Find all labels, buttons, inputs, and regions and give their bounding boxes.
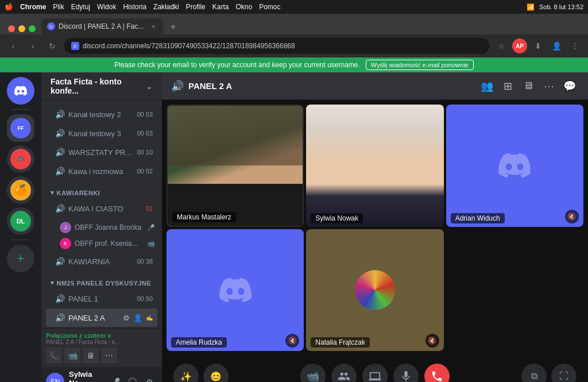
url-text: discord.com/channels/728310907490533422/… (83, 42, 295, 50)
chat-icon-button[interactable]: 💬 (560, 77, 579, 95)
controls-left: ✨ 😊 (173, 364, 229, 382)
verify-button[interactable]: Wyślij wiadomość e-mail ponownie (366, 60, 474, 70)
voice-video-button[interactable]: 📹 (64, 348, 80, 364)
voice-users-kawa: J OBFF Joanna Brońka 🎤 K OBFF prof. Ksen… (41, 218, 162, 252)
new-tab-button[interactable]: + (165, 20, 180, 34)
video-name-markus: Markus Mastalerz (172, 212, 236, 222)
fullscreen-button[interactable]: ⛶ (551, 364, 577, 382)
voice-disconnect-button[interactable]: 📞 (46, 348, 62, 364)
channel-header: 🔊 PANEL 2 A 👥 ⊞ 🖥 ⋯ 💬 (162, 72, 588, 100)
end-call-icon (431, 370, 443, 382)
channel-item-testowy3[interactable]: 🔊 Kanał testowy 3 00 03 (46, 124, 157, 142)
window-minimize[interactable] (18, 25, 25, 32)
screenshare-icon (369, 370, 381, 382)
tab-bar: D Discord | PANEL 2 A | Fac... × + (0, 14, 588, 34)
settings-button[interactable]: ⚙ (141, 374, 157, 382)
channel-item-kawa[interactable]: 🔊 Kawa i rozmowa 00 02 (46, 162, 157, 180)
server-name: Facta Ficta - konto konfe... (51, 77, 146, 95)
video-cell-natalia: Natalia Frątczak 🔇 (306, 229, 443, 352)
extensions-icon[interactable]: AP (512, 38, 527, 53)
popout-button[interactable]: ⧉ (521, 364, 547, 382)
voice-screenshare-button[interactable]: 🖥 (83, 348, 99, 364)
sparkle-effect-button[interactable]: ✨ (173, 364, 199, 382)
voice-user-obff-ksenia[interactable]: K OBFF prof. Ksenia... 📹 (57, 236, 157, 252)
menu-window[interactable]: Okno (235, 3, 252, 11)
menu-help[interactable]: Pomoc (259, 3, 280, 11)
menu-edit[interactable]: Edytuj (71, 3, 90, 11)
mic-toggle-button[interactable]: ▾ (393, 364, 419, 382)
people-button[interactable] (331, 364, 357, 382)
channel-item-kawiarnia[interactable]: 🔊 KAWIARNIA 00 38 (46, 252, 157, 271)
screen-icon-button[interactable]: 🖥 (519, 77, 537, 95)
window-close[interactable] (8, 25, 15, 32)
video-cell-amelia: Amelia Rudzka 🔇 (167, 229, 304, 352)
voice-quick-actions: 📞 📹 🖥 ⋯ (46, 348, 157, 364)
headset-button[interactable]: 🎧 (124, 374, 140, 382)
voice-connected-panel: Połączono z czatem v PANEL 2 A / Facta F… (41, 328, 162, 367)
bookmark-icon[interactable]: ☆ (494, 38, 509, 53)
channel-add-user-icon[interactable]: 👤 (133, 314, 142, 322)
app-name[interactable]: Chrome (20, 3, 46, 11)
address-bar-icons: ☆ AP ⬇ 👤 ⋮ (494, 38, 582, 53)
forward-button[interactable]: › (25, 38, 40, 53)
channel-item-warsztaty[interactable]: 🔊 WARSZTATY PR... 00 10 (46, 143, 157, 161)
category-arrow-icon: ▾ (51, 189, 55, 196)
active-tab[interactable]: D Discord | PANEL 2 A | Fac... × (41, 18, 163, 34)
channel-header-name: PANEL 2 A (188, 81, 232, 91)
server-icon-1[interactable]: FF (7, 114, 34, 142)
menu-bookmarks[interactable]: Zakładki (153, 3, 179, 11)
end-call-button[interactable] (424, 364, 450, 382)
video-controls-bar: ✨ 😊 📹 ▾ ▾ (162, 356, 588, 382)
server-header[interactable]: Facta Ficta - konto konfe... ⌄ (41, 72, 162, 100)
voice-connected-channel: PANEL 2 A / Facta Ficta - k... (46, 339, 157, 345)
voice-more-button[interactable]: ⋯ (101, 348, 117, 364)
channel-settings-icon[interactable]: ⚙ (123, 314, 130, 322)
add-server-button[interactable]: + (7, 245, 34, 272)
menu-history[interactable]: Historia (123, 3, 146, 11)
mic-toggle-button[interactable]: 🎤 (107, 374, 123, 382)
discord-home-button[interactable] (7, 77, 34, 105)
video-cell-markus: Markus Mastalerz (167, 105, 304, 227)
controls-right: ⧉ ⛶ (521, 364, 577, 382)
category-arrow-icon: ▾ (51, 279, 55, 287)
server-chevron-icon: ⌄ (146, 82, 153, 91)
reload-button[interactable]: ↻ (45, 38, 60, 53)
voice-channel-icon: 🔊 (55, 294, 65, 303)
menu-profiles[interactable]: Profile (186, 3, 206, 11)
discord-icon-sidebar: FF 🎮 🍊 DL + (0, 72, 41, 382)
tab-close-button[interactable]: × (149, 22, 157, 30)
menu-file[interactable]: Plik (53, 3, 64, 11)
sidebar-divider-2 (11, 240, 30, 240)
category-nm25[interactable]: ▾ NM25 PANELE DYSKUSYJNE (41, 271, 162, 289)
emoji-reaction-button[interactable]: 😊 (203, 364, 229, 382)
add-member-icon-button[interactable]: 👥 (478, 77, 496, 95)
video-mute-adrian: 🔇 (565, 210, 579, 223)
menu-tab[interactable]: Karta (212, 3, 229, 11)
menu-dots-icon[interactable]: ⋮ (567, 38, 582, 53)
window-maximize[interactable] (29, 25, 36, 32)
server-icon-3[interactable]: 🍊 (7, 176, 34, 204)
menu-view[interactable]: Widok (97, 3, 116, 11)
user-panel: SN Sylwia No... Dostępny 🎤 🎧 ⚙ (41, 367, 162, 382)
voice-icon: 🔊 (171, 80, 184, 92)
more-options-button[interactable]: ⋯ (540, 77, 558, 95)
back-button[interactable]: ‹ (6, 38, 21, 53)
channel-item-panel2a[interactable]: 🔊 PANEL 2 A ⚙ 👤 ✍ (46, 308, 157, 327)
server-icon-2[interactable]: 🎮 (7, 145, 34, 173)
server-icon-4[interactable]: DL (7, 207, 34, 235)
channel-item-testowy2[interactable]: 🔊 Kanał testowy 2 00 03 (46, 105, 157, 124)
channel-item-panel1[interactable]: 🔊 PANEL 1 00 50 (46, 290, 157, 308)
download-icon[interactable]: ⬇ (531, 38, 546, 53)
url-bar[interactable]: D discord.com/channels/72831090749053342… (64, 38, 489, 54)
voice-user-obff-joanna[interactable]: J OBFF Joanna Brońka 🎤 (57, 219, 157, 236)
screenshare-button[interactable] (362, 364, 388, 382)
profile-icon[interactable]: 👤 (549, 38, 564, 53)
video-layout-icon-button[interactable]: ⊞ (498, 77, 517, 95)
user-info: Sylwia No... Dostępny (69, 370, 102, 382)
apple-menu[interactable]: 🍎 (5, 3, 13, 11)
tab-title: Discord | PANEL 2 A | Fac... (59, 22, 144, 30)
category-kawiarenki[interactable]: ▾ KAWIARENKI (41, 181, 162, 199)
camera-toggle-button[interactable]: 📹 ▾ (300, 364, 326, 382)
browser-chrome: D Discord | PANEL 2 A | Fac... × + ‹ › ↻… (0, 14, 588, 57)
channel-item-kawa-ciasto[interactable]: 🔊 KAWA I CIASTO 02 (46, 199, 157, 218)
